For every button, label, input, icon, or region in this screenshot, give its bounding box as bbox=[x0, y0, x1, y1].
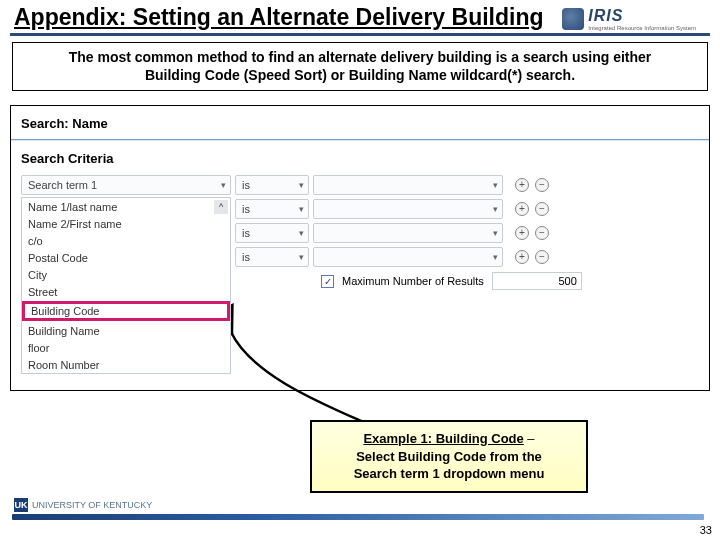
iris-icon bbox=[562, 8, 584, 30]
header-rule bbox=[10, 33, 710, 36]
chevron-down-icon: ▾ bbox=[299, 204, 304, 214]
value-dropdown[interactable]: ▾ bbox=[313, 247, 503, 267]
option-city[interactable]: City bbox=[22, 266, 230, 283]
max-results-input[interactable] bbox=[492, 272, 582, 290]
row-actions: +− bbox=[515, 226, 549, 240]
chevron-down-icon: ▾ bbox=[493, 180, 498, 190]
chevron-down-icon: ▾ bbox=[493, 204, 498, 214]
remove-row-icon[interactable]: − bbox=[535, 202, 549, 216]
add-row-icon[interactable]: + bbox=[515, 250, 529, 264]
add-row-icon[interactable]: + bbox=[515, 226, 529, 240]
option-floor[interactable]: floor bbox=[22, 339, 230, 356]
search-term-listbox[interactable]: ^ Name 1/last name Name 2/First name c/o… bbox=[21, 197, 231, 374]
option-postal[interactable]: Postal Code bbox=[22, 249, 230, 266]
remove-row-icon[interactable]: − bbox=[535, 250, 549, 264]
uk-badge: UK bbox=[14, 498, 28, 512]
value-dropdown[interactable]: ▾ bbox=[313, 223, 503, 243]
screenshot-content: Search: Name Search Criteria Search term… bbox=[11, 106, 709, 390]
option-co[interactable]: c/o bbox=[22, 232, 230, 249]
window-title: Search: Name bbox=[11, 106, 709, 135]
option-building-name[interactable]: Building Name bbox=[22, 322, 230, 339]
callout-line-2: Select Building Code from the bbox=[356, 449, 542, 464]
add-row-icon[interactable]: + bbox=[515, 178, 529, 192]
row-actions: + − bbox=[515, 178, 549, 192]
chevron-down-icon: ▾ bbox=[221, 180, 226, 190]
screenshot-frame: Search: Name Search Criteria Search term… bbox=[10, 105, 710, 391]
uk-logo: UK UNIVERSITY OF KENTUCKY bbox=[14, 498, 152, 512]
info-box: The most common method to find an altern… bbox=[12, 42, 708, 91]
criteria-row-1: Search term 1 ▾ is ▾ ▾ + − bbox=[21, 174, 699, 196]
operator-dropdown[interactable]: is ▾ bbox=[235, 175, 309, 195]
callout-line-3: Search term 1 dropdown menu bbox=[354, 466, 545, 481]
iris-logo-text: IRIS bbox=[588, 7, 696, 25]
page-number: 33 bbox=[700, 524, 712, 536]
option-name1[interactable]: Name 1/last name bbox=[22, 198, 230, 215]
chevron-down-icon: ▾ bbox=[493, 252, 498, 262]
max-results-checkbox[interactable]: ✓ bbox=[321, 275, 334, 288]
callout-title: Example 1: Building Code bbox=[363, 431, 523, 446]
operator-dropdown[interactable]: is▾ bbox=[235, 223, 309, 243]
iris-logo-sub: Integrated Resource Information System bbox=[588, 25, 696, 31]
uk-text: UNIVERSITY OF KENTUCKY bbox=[32, 500, 152, 510]
search-term-value: Search term 1 bbox=[28, 179, 97, 191]
option-name2[interactable]: Name 2/First name bbox=[22, 215, 230, 232]
max-results-label: Maximum Number of Results bbox=[342, 275, 484, 287]
add-row-icon[interactable]: + bbox=[515, 202, 529, 216]
option-street[interactable]: Street bbox=[22, 283, 230, 300]
remove-row-icon[interactable]: − bbox=[535, 226, 549, 240]
scroll-up-icon[interactable]: ^ bbox=[214, 200, 228, 214]
search-term-dropdown[interactable]: Search term 1 ▾ bbox=[21, 175, 231, 195]
remove-row-icon[interactable]: − bbox=[535, 178, 549, 192]
iris-logo: IRIS Integrated Resource Information Sys… bbox=[562, 7, 700, 31]
value-dropdown[interactable]: ▾ bbox=[313, 175, 503, 195]
info-line-2: Building Code (Speed Sort) or Building N… bbox=[145, 67, 575, 83]
value-dropdown[interactable]: ▾ bbox=[313, 199, 503, 219]
max-results-row: ✓ Maximum Number of Results bbox=[321, 272, 699, 290]
callout-box: Example 1: Building Code – Select Buildi… bbox=[310, 420, 588, 493]
chevron-down-icon: ▾ bbox=[299, 228, 304, 238]
row-actions: +− bbox=[515, 202, 549, 216]
page-title: Appendix: Setting an Alternate Delivery … bbox=[14, 4, 544, 31]
operator-dropdown[interactable]: is▾ bbox=[235, 247, 309, 267]
chevron-down-icon: ▾ bbox=[493, 228, 498, 238]
slide: Appendix: Setting an Alternate Delivery … bbox=[0, 0, 720, 540]
operator-dropdown[interactable]: is▾ bbox=[235, 199, 309, 219]
option-room[interactable]: Room Number bbox=[22, 356, 230, 373]
info-line-1: The most common method to find an altern… bbox=[69, 49, 652, 65]
operator-value: is bbox=[242, 179, 250, 191]
option-building-code[interactable]: Building Code bbox=[22, 301, 230, 321]
row-actions: +− bbox=[515, 250, 549, 264]
criteria-area: Search term 1 ▾ is ▾ ▾ + − bbox=[11, 174, 709, 390]
criteria-heading: Search Criteria bbox=[11, 149, 709, 174]
chevron-down-icon: ▾ bbox=[299, 252, 304, 262]
divider-light bbox=[11, 140, 709, 141]
footer-bar bbox=[12, 514, 704, 520]
header-row: Appendix: Setting an Alternate Delivery … bbox=[10, 4, 710, 33]
chevron-down-icon: ▾ bbox=[299, 180, 304, 190]
